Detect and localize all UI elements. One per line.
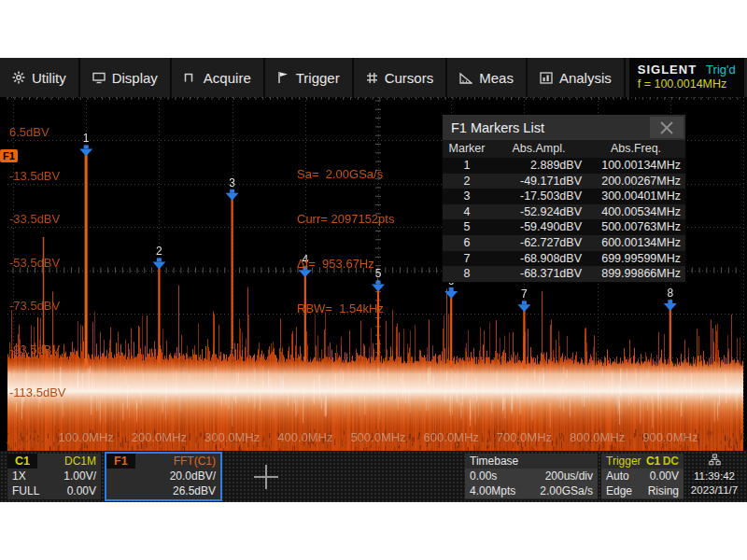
f1-function: FFT(C1) bbox=[174, 454, 220, 469]
screenshot-page: Utility Display Acquire Trigger Cursors … bbox=[0, 0, 747, 560]
menu-trigger-label: Trigger bbox=[296, 70, 340, 86]
timebase-scale: 200us/div bbox=[545, 469, 593, 483]
menu-utility[interactable]: Utility bbox=[0, 58, 80, 97]
f1-scale: 20.0dBV/ bbox=[106, 469, 220, 483]
marker-row-3[interactable]: 3 -17.503dBV 300.00401MHz bbox=[443, 189, 685, 204]
marker-row-8[interactable]: 8 -68.371dBV 899.99866MHz bbox=[443, 266, 685, 282]
fft-current-points: Curr= 2097152pts bbox=[297, 212, 394, 227]
measure-icon bbox=[459, 72, 472, 84]
cursors-icon bbox=[366, 72, 378, 84]
f1-name: F1 bbox=[106, 454, 135, 469]
marker-3-id: 3 bbox=[443, 189, 491, 204]
marker-row-7[interactable]: 7 -68.908dBV 699.99599MHz bbox=[443, 251, 685, 267]
trigger-coupling: DC bbox=[663, 455, 679, 468]
marker-4-ampl: -52.924dBV bbox=[491, 204, 586, 220]
marker-7-freq: 699.99599MHz bbox=[586, 251, 685, 267]
timebase-label: Timebase bbox=[470, 454, 518, 469]
col-abs-freq: Abs.Freq. bbox=[586, 140, 685, 158]
menu-acquire-label: Acquire bbox=[204, 70, 251, 86]
marker-2-freq: 200.00267MHz bbox=[586, 174, 685, 189]
marker-row-5[interactable]: 5 -59.490dBV 500.00763MHz bbox=[443, 219, 685, 235]
marker-8-ampl: -68.371dBV bbox=[491, 266, 586, 282]
acquire-icon bbox=[184, 71, 197, 84]
markers-table-header: Marker Abs.Ampl. Abs.Freq. bbox=[443, 140, 685, 158]
trigger-flag-icon bbox=[277, 71, 289, 84]
marker-1-ampl: 2.889dBV bbox=[491, 158, 586, 174]
trigger-descriptor[interactable]: Trigger C1 DC Auto 0.00V Edge Rising bbox=[601, 454, 684, 499]
channel1-descriptor[interactable]: C1 DC1M 1X 1.00V/ FULL 0.00V bbox=[7, 454, 101, 499]
f1-trace-position-badge[interactable]: F1 bbox=[0, 149, 18, 162]
menu-trigger[interactable]: Trigger bbox=[265, 58, 354, 97]
timebase-delay: 0.00s bbox=[470, 469, 497, 483]
menu-display[interactable]: Display bbox=[80, 58, 172, 97]
menu-analysis-label: Analysis bbox=[559, 70, 612, 86]
marker-5-ampl: -59.490dBV bbox=[491, 219, 586, 235]
siglent-logo: SIGLENT bbox=[638, 63, 697, 77]
trigger-status-indicator: Trig'd bbox=[706, 63, 736, 77]
marker-6-freq: 600.00134MHz bbox=[586, 235, 685, 251]
fft-parameters-readout: Sa= 2.00GSa/s Curr= 2097152pts Δf= 953.6… bbox=[297, 137, 394, 346]
marker-7-id: 7 bbox=[443, 251, 491, 267]
trigger-mode: Auto bbox=[606, 469, 629, 483]
logo-trigger-status-block: SIGLENT Trig'd f = 100.0014MHz bbox=[629, 58, 744, 97]
f1-reference-level: 26.5dBV bbox=[106, 483, 220, 498]
menu-cursors[interactable]: Cursors bbox=[354, 58, 448, 97]
marker-5-id: 5 bbox=[443, 219, 491, 235]
channel1-scale: 1.00V/ bbox=[63, 469, 96, 483]
frequency-counter-readout: f = 100.0014MHz bbox=[638, 77, 736, 92]
menu-acquire[interactable]: Acquire bbox=[172, 58, 265, 97]
clock-network-block[interactable]: 11:39:42 2023/11/7 bbox=[687, 454, 741, 499]
menu-meas-label: Meas bbox=[479, 70, 514, 86]
menu-analysis[interactable]: Analysis bbox=[528, 58, 626, 97]
close-icon[interactable] bbox=[650, 117, 684, 138]
channel1-bandwidth: FULL bbox=[12, 483, 39, 498]
marker-row-6[interactable]: 6 -62.727dBV 600.00134MHz bbox=[443, 235, 685, 251]
trigger-source: C1 bbox=[646, 455, 660, 468]
marker-row-1[interactable]: 1 2.889dBV 100.00134MHz bbox=[443, 158, 685, 174]
menu-utility-label: Utility bbox=[32, 70, 66, 86]
marker-8-freq: 899.99866MHz bbox=[586, 266, 685, 282]
marker-row-4[interactable]: 4 -52.924dBV 400.00534MHz bbox=[443, 204, 685, 220]
marker-6-id: 6 bbox=[443, 235, 491, 251]
timebase-descriptor[interactable]: Timebase 0.00s 200us/div 4.00Mpts 2.00GS… bbox=[465, 454, 598, 499]
timebase-memory: 4.00Mpts bbox=[470, 483, 515, 498]
marker-1-id: 1 bbox=[443, 158, 491, 174]
menu-cursors-label: Cursors bbox=[385, 70, 434, 86]
gear-icon bbox=[12, 71, 25, 84]
fft-delta-f: Δf= 953.67Hz bbox=[297, 257, 394, 272]
marker-2-id: 2 bbox=[443, 174, 491, 189]
marker-2-ampl: -49.171dBV bbox=[491, 174, 586, 189]
analysis-icon bbox=[540, 72, 553, 84]
f1-trace-descriptor[interactable]: F1 FFT(C1) 20.0dBV/ 26.5dBV bbox=[105, 452, 222, 501]
clock-date: 2023/11/7 bbox=[687, 483, 741, 497]
timebase-sample-rate: 2.00GSa/s bbox=[540, 483, 593, 498]
marker-7-ampl: -68.908dBV bbox=[491, 251, 586, 267]
marker-3-ampl: -17.503dBV bbox=[491, 189, 586, 204]
trigger-type: Edge bbox=[606, 483, 632, 498]
col-abs-ampl: Abs.Ampl. bbox=[491, 140, 586, 158]
channel1-offset: 0.00V bbox=[67, 483, 96, 498]
markers-panel-title: F1 Markers List bbox=[451, 120, 544, 135]
network-icon bbox=[687, 454, 741, 469]
channel1-coupling: DC1M bbox=[64, 454, 101, 469]
display-icon bbox=[92, 71, 106, 84]
marker-5-freq: 500.00763MHz bbox=[586, 219, 685, 235]
marker-1-freq: 100.00134MHz bbox=[586, 158, 685, 174]
menu-meas[interactable]: Meas bbox=[447, 58, 528, 97]
menu-display-label: Display bbox=[112, 70, 158, 86]
marker-6-ampl: -62.727dBV bbox=[491, 235, 586, 251]
marker-4-freq: 400.00534MHz bbox=[586, 204, 685, 220]
fft-sample-rate: Sa= 2.00GSa/s bbox=[297, 167, 394, 182]
oscilloscope-screen: Utility Display Acquire Trigger Cursors … bbox=[0, 58, 747, 502]
markers-panel-header: F1 Markers List bbox=[443, 115, 685, 140]
channel1-name: C1 bbox=[7, 454, 37, 469]
menu-bar: Utility Display Acquire Trigger Cursors … bbox=[0, 58, 747, 97]
markers-table: Marker Abs.Ampl. Abs.Freq. 1 2.889dBV 10… bbox=[443, 140, 685, 282]
channel1-probe: 1X bbox=[12, 469, 26, 483]
trace-move-crosshair[interactable] bbox=[254, 465, 278, 489]
col-marker: Marker bbox=[443, 140, 491, 158]
marker-row-2[interactable]: 2 -49.171dBV 200.00267MHz bbox=[443, 174, 685, 189]
trigger-label: Trigger bbox=[606, 454, 641, 469]
clock-time: 11:39:42 bbox=[687, 469, 741, 483]
marker-3-freq: 300.00401MHz bbox=[586, 189, 685, 204]
